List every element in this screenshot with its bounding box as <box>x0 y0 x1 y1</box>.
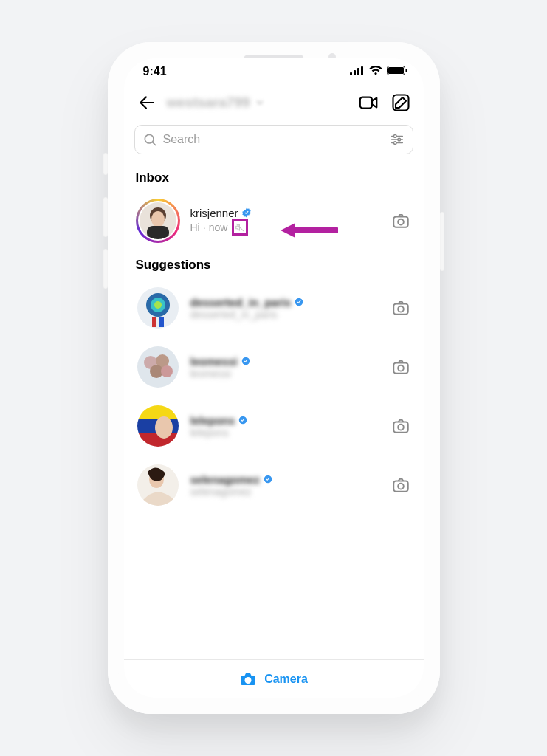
svg-point-40 <box>161 365 173 377</box>
avatar <box>140 202 176 239</box>
svg-rect-8 <box>359 97 371 109</box>
nav-username: westsara799 <box>167 94 250 111</box>
muted-indicator <box>232 219 248 236</box>
inbox-section-title: Inbox <box>124 163 424 191</box>
camera-shortcut[interactable] <box>390 298 412 317</box>
camera-shortcut[interactable] <box>390 357 412 377</box>
suggestion-username: lelepons <box>190 414 235 427</box>
inbox-preview: Hi <box>190 221 200 233</box>
suggestion-row[interactable]: lelepons lelepons <box>124 396 424 456</box>
suggestions-section-title: Suggestions <box>124 250 424 278</box>
svg-point-47 <box>155 416 173 439</box>
verified-badge-icon <box>238 415 248 425</box>
search-input[interactable]: Search <box>134 125 413 154</box>
status-time: 9:41 <box>143 65 167 78</box>
svg-point-15 <box>397 138 400 141</box>
svg-rect-34 <box>393 304 408 315</box>
svg-point-20 <box>151 211 165 227</box>
volume-down <box>103 249 108 289</box>
svg-point-24 <box>398 219 404 225</box>
compose-button[interactable] <box>388 90 413 115</box>
suggestion-row[interactable]: leomessi leomessi <box>124 337 424 396</box>
verified-badge-icon <box>241 207 252 218</box>
camera-shortcut[interactable] <box>390 475 412 495</box>
svg-point-35 <box>398 306 404 312</box>
verified-badge-icon <box>294 297 304 307</box>
search-placeholder: Search <box>163 133 383 146</box>
svg-rect-1 <box>354 70 356 75</box>
inbox-username: krisjenner <box>190 207 238 219</box>
svg-rect-23 <box>393 217 408 227</box>
svg-rect-21 <box>147 226 169 239</box>
annotation-arrow <box>279 221 338 240</box>
compose-icon <box>391 92 411 113</box>
suggestion-subtitle: selenagomez <box>190 486 252 498</box>
camera-icon <box>391 416 410 436</box>
camera-icon <box>239 670 257 688</box>
arrow-left-icon <box>137 93 156 112</box>
svg-rect-32 <box>159 317 164 327</box>
battery-icon <box>387 65 407 78</box>
screen: 9:41 <box>124 58 424 698</box>
avatar <box>137 346 179 388</box>
nav-bar: westsara799 <box>124 85 424 120</box>
back-button[interactable] <box>134 90 159 115</box>
power-button <box>440 212 444 271</box>
svg-rect-54 <box>393 481 408 492</box>
suggestion-subtitle: lelepons <box>190 427 229 439</box>
video-icon <box>357 92 379 114</box>
svg-rect-2 <box>357 68 359 75</box>
suggestion-username: desserted_in_paris <box>190 296 292 309</box>
svg-point-30 <box>154 301 162 309</box>
svg-point-43 <box>398 365 404 371</box>
avatar <box>137 287 179 329</box>
svg-rect-42 <box>393 363 408 374</box>
svg-point-50 <box>398 425 404 430</box>
story-ring[interactable] <box>136 199 180 243</box>
svg-rect-44 <box>137 405 179 419</box>
suggestion-username: selenagomez <box>190 473 260 486</box>
svg-point-13 <box>393 135 396 138</box>
camera-icon <box>391 298 410 317</box>
mute-switch <box>103 153 108 175</box>
svg-point-55 <box>398 484 404 489</box>
svg-point-17 <box>393 142 396 145</box>
bottom-bar: Camera <box>124 659 424 698</box>
camera-icon <box>391 211 410 230</box>
camera-shortcut[interactable] <box>390 416 412 436</box>
suggestion-row[interactable]: desserted_in_paris desserted_in_paris <box>124 278 424 337</box>
svg-marker-26 <box>281 223 295 238</box>
camera-icon <box>391 475 410 495</box>
bottom-camera-label: Camera <box>264 673 308 686</box>
camera-shortcut[interactable] <box>390 211 412 230</box>
cellular-icon <box>350 65 365 78</box>
verified-badge-icon <box>263 474 273 484</box>
video-call-button[interactable] <box>356 90 381 115</box>
bottom-camera-button[interactable]: Camera <box>239 670 308 688</box>
svg-rect-5 <box>388 67 404 74</box>
inbox-row[interactable]: krisjenner Hi · now <box>124 191 424 250</box>
account-switcher[interactable]: westsara799 <box>167 94 348 111</box>
suggestion-row[interactable]: selenagomez selenagomez <box>124 456 424 515</box>
svg-rect-49 <box>393 422 408 433</box>
svg-point-56 <box>247 678 250 681</box>
svg-rect-0 <box>350 72 352 75</box>
status-bar: 9:41 <box>124 58 424 85</box>
filter-icon[interactable] <box>389 131 405 148</box>
phone-mockup: 9:41 <box>108 42 440 714</box>
suggestion-username: leomessi <box>190 355 238 368</box>
svg-rect-31 <box>152 317 156 327</box>
chevron-down-icon <box>255 97 265 108</box>
search-wrap: Search <box>124 120 424 163</box>
wifi-icon <box>369 65 382 78</box>
mute-icon <box>235 222 245 233</box>
camera-icon <box>391 357 410 377</box>
verified-badge-icon <box>241 356 251 366</box>
svg-rect-3 <box>361 66 363 75</box>
svg-line-11 <box>152 142 155 145</box>
suggestion-subtitle: desserted_in_paris <box>190 309 278 320</box>
suggestion-subtitle: leomessi <box>190 368 231 379</box>
search-icon <box>142 132 157 147</box>
avatar <box>137 464 179 506</box>
avatar <box>137 405 179 447</box>
